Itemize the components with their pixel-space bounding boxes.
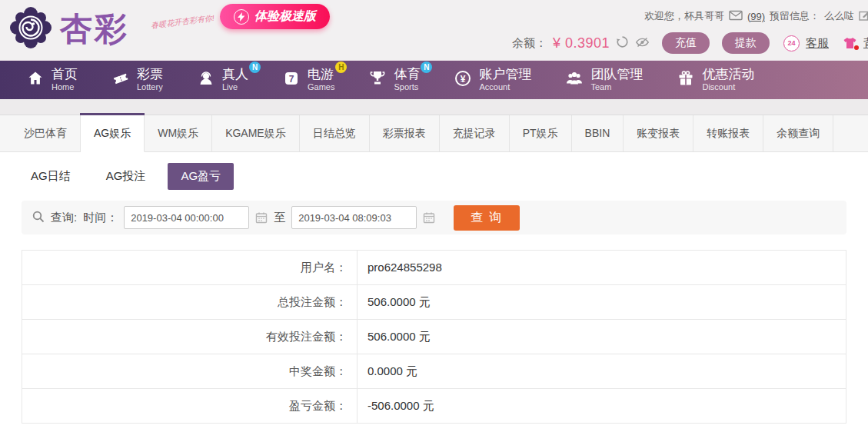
tab-shaba-sports[interactable]: 沙巴体育 <box>11 115 81 152</box>
mail-icon[interactable] <box>729 10 743 23</box>
service-24-icon: 24 <box>783 35 800 52</box>
calendar-icon[interactable] <box>423 211 435 224</box>
nav-label-en: Live <box>222 83 248 92</box>
gift-icon <box>677 69 695 91</box>
recharge-button[interactable]: 充值 <box>662 32 710 54</box>
nav-label-zh: 彩票 <box>137 68 163 81</box>
nav-item-live[interactable]: 真人 Live N <box>197 68 248 91</box>
svg-text:¥: ¥ <box>461 73 466 84</box>
lightning-icon <box>234 9 249 25</box>
new-badge: N <box>421 61 432 73</box>
nav-label-zh: 账户管理 <box>479 68 531 81</box>
row-value-winnings: 0.0000 元 <box>358 354 417 388</box>
row-label-username: 用户名： <box>22 251 358 284</box>
subtab-ag-daily[interactable]: AG日结 <box>18 163 84 190</box>
header-right: 欢迎您，杯具哥哥 (99) 预留信息： 么么哒 退出 <box>512 9 868 54</box>
query-button[interactable]: 查 询 <box>454 205 520 231</box>
table-row: 用户名： pro624855298 <box>22 251 846 285</box>
nav-label-zh: 真人 <box>222 68 248 81</box>
row-value-profit-loss: -506.0000 元 <box>358 389 434 423</box>
nav-label-zh: 团队管理 <box>590 68 643 81</box>
tab-balance-query[interactable]: 余额查询 <box>763 115 833 152</box>
speed-version-label: 体验极速版 <box>254 8 316 25</box>
edit-icon[interactable] <box>859 10 868 23</box>
new-badge: N <box>249 61 261 73</box>
start-time-input[interactable] <box>124 206 249 229</box>
hide-balance-eye-icon[interactable] <box>635 36 650 51</box>
nav-label-zh: 电游 <box>308 68 334 81</box>
tab-transfer-report[interactable]: 转账报表 <box>693 115 763 152</box>
row-value-total-bet: 506.0000 元 <box>358 285 431 319</box>
nav-item-team[interactable]: 团队管理 Team <box>565 68 643 91</box>
table-row: 有效投注金额： 506.0000 元 <box>22 320 846 354</box>
tshirt-icon[interactable] <box>843 37 857 49</box>
profit-loss-report-table: 用户名： pro624855298 总投注金额： 506.0000 元 有效投注… <box>22 250 846 424</box>
row-value-username: pro624855298 <box>358 251 442 284</box>
header: 杏彩 春暖花开杏彩有你! 体验极速版 欢迎您，杯具哥哥 (99) 预留信息： 么 <box>0 0 868 61</box>
games-7-icon: 7 <box>282 69 301 91</box>
home-icon <box>26 69 45 91</box>
nav-item-lottery[interactable]: 彩票 Lottery <box>111 68 163 91</box>
table-row: 盈亏金额： -506.0000 元 <box>22 389 846 423</box>
nav-item-sports[interactable]: 体育 Sports N <box>368 68 420 91</box>
row-value-valid-bet: 506.0000 元 <box>358 320 431 354</box>
balance-row: 余额： ¥ 0.3901 充值 提款 24 <box>512 32 868 54</box>
nav-label-en: Home <box>52 83 78 92</box>
nav-label-en: Discount <box>702 83 754 92</box>
subtab-ag-profit-loss[interactable]: AG盈亏 <box>168 163 234 190</box>
brand-logo-text: 杏彩 <box>60 6 129 52</box>
hot-badge: H <box>335 61 347 73</box>
tab-lottery-report[interactable]: 彩票报表 <box>370 115 440 152</box>
row-label-valid-bet: 有效投注金额： <box>22 320 358 354</box>
nav-label-en: Lottery <box>137 83 163 92</box>
nav-label-zh: 体育 <box>394 68 420 81</box>
to-label: 至 <box>274 211 285 225</box>
brand-logo[interactable]: 杏彩 <box>9 6 129 52</box>
tab-kgame[interactable]: KGAME娱乐 <box>212 115 300 152</box>
svg-text:7: 7 <box>289 73 294 84</box>
tab-pt-entertainment[interactable]: PT娱乐 <box>510 115 572 152</box>
refresh-icon[interactable] <box>616 35 629 51</box>
nav-tabs-spacer <box>0 99 868 115</box>
end-time-input[interactable] <box>291 206 417 229</box>
background-link[interactable]: 背景 <box>863 36 868 51</box>
speed-version-badge[interactable]: 体验极速版 <box>220 4 330 29</box>
nav-label-en: Account <box>479 83 531 92</box>
subtab-ag-bets[interactable]: AG投注 <box>93 163 159 190</box>
search-icon <box>32 211 45 225</box>
tab-deposit-withdraw-record[interactable]: 充提记录 <box>440 115 510 152</box>
trophy-icon <box>368 69 387 91</box>
nav-label-zh: 首页 <box>52 68 78 81</box>
nav-item-account[interactable]: ¥ 账户管理 Account <box>454 68 531 91</box>
mail-count-link[interactable]: (99) <box>747 11 765 22</box>
notification-dot <box>854 45 859 50</box>
reserved-info-label: 预留信息： <box>770 9 820 23</box>
calendar-icon[interactable] <box>255 211 268 224</box>
ag-subtabs: AG日结 AG投注 AG盈亏 <box>0 152 868 199</box>
tab-wm-entertainment[interactable]: WM娱乐 <box>145 115 212 152</box>
reserved-info-value: 么么哒 <box>824 9 854 23</box>
live-person-icon <box>197 69 215 91</box>
nav-label-en: Games <box>308 83 334 92</box>
nav-label-en: Sports <box>394 83 420 92</box>
customer-service-link[interactable]: 客服 <box>806 36 829 51</box>
tab-ag-entertainment[interactable]: AG娱乐 <box>81 115 145 152</box>
nav-item-games[interactable]: 7 电游 Games H <box>282 68 334 91</box>
balance-value: ¥ 0.3901 <box>553 35 610 52</box>
search-label: 查询: <box>51 211 77 225</box>
withdraw-button[interactable]: 提款 <box>722 32 770 54</box>
main-nav: 首页 Home 彩票 Lottery <box>0 61 868 99</box>
row-label-profit-loss: 盈亏金额： <box>22 389 358 423</box>
tab-account-change-report[interactable]: 账变报表 <box>624 115 693 152</box>
nav-label-zh: 优惠活动 <box>702 68 754 81</box>
tab-bbin[interactable]: BBIN <box>572 115 624 152</box>
tab-daily-summary[interactable]: 日结总览 <box>300 115 370 152</box>
nav-item-home[interactable]: 首页 Home <box>26 68 78 91</box>
page: 杏彩 春暖花开杏彩有你! 体验极速版 欢迎您，杯具哥哥 (99) 预留信息： 么 <box>0 0 868 442</box>
yuan-coin-icon: ¥ <box>454 69 472 91</box>
search-bar: 查询: 时间： 至 查 询 <box>22 201 846 234</box>
ticket-icon <box>111 69 130 91</box>
table-row: 总投注金额： 506.0000 元 <box>22 285 846 320</box>
nav-item-discount[interactable]: 优惠活动 Discount <box>677 68 754 91</box>
team-people-icon <box>565 69 584 91</box>
